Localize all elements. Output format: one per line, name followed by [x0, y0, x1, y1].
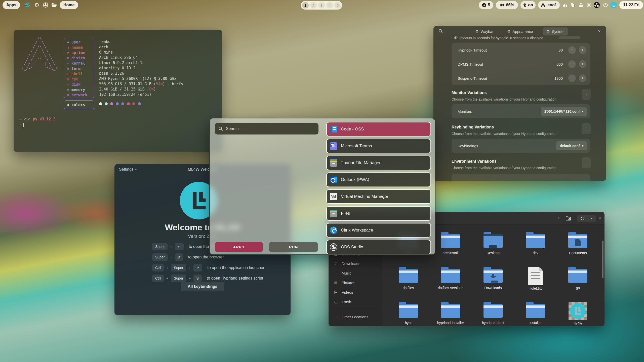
home-button[interactable]: Home: [60, 1, 78, 9]
obs-tray-icon[interactable]: [593, 2, 600, 8]
workspace-3[interactable]: 3: [318, 2, 325, 9]
plus-button[interactable]: +: [579, 74, 586, 82]
lock-icon[interactable]: [578, 2, 584, 8]
workspace-2[interactable]: 2: [310, 2, 317, 9]
color-dot-2: [110, 102, 113, 105]
color-dot-4: [121, 102, 124, 105]
kebab-menu-icon[interactable]: ⋮: [582, 157, 591, 168]
search-input[interactable]: [226, 126, 309, 131]
file-cell[interactable]: installer: [517, 304, 554, 325]
workspace-5[interactable]: 5: [334, 2, 341, 9]
ai-updater-icon[interactable]: AI: [24, 2, 31, 8]
kebab-menu-icon[interactable]: ⋮: [582, 123, 591, 134]
desktop: Apps AI ⚙ Home: [0, 0, 644, 362]
launcher-item-obs[interactable]: OBS Studio: [326, 240, 431, 254]
workspace-1[interactable]: 1: [302, 2, 309, 9]
file-cell[interactable]: archinstall: [432, 234, 469, 255]
minus-button[interactable]: −: [568, 46, 576, 54]
folder-icon: [441, 304, 460, 318]
updates-pill[interactable]: 5: [479, 1, 493, 9]
apps-menu-button[interactable]: Apps: [3, 1, 20, 9]
settings-gear-icon[interactable]: ⚙: [33, 2, 40, 8]
sidebar-item-other-locations[interactable]: +Other Locations: [331, 312, 380, 321]
key-chip: ↵: [193, 264, 203, 272]
plus-button[interactable]: +: [579, 46, 586, 54]
launcher-item-code-oss[interactable]: Code - OSS: [326, 122, 431, 137]
close-icon[interactable]: ×: [597, 215, 603, 222]
tab-appearance[interactable]: ⚙ Appearance: [504, 27, 536, 35]
apps-filter-button[interactable]: APPS: [215, 242, 263, 252]
clipboard-icon[interactable]: [569, 2, 576, 8]
file-cell[interactable]: hyprland-dotst: [474, 304, 512, 325]
network-pill[interactable]: eno1: [538, 1, 560, 9]
search-folder-icon[interactable]: [565, 215, 572, 222]
sidebar-item-pictures[interactable]: ▦Pictures: [331, 278, 380, 287]
tab-waybar[interactable]: ⚙ Waybar: [472, 27, 497, 35]
wallpaper-burst-icon[interactable]: [586, 2, 592, 8]
launcher-item-outlook[interactable]: Outlook (PWA): [326, 172, 431, 187]
tab-system[interactable]: ⚙ System: [543, 27, 568, 35]
file-cell[interactable]: go: [559, 269, 597, 290]
file-cell[interactable]: hypr: [389, 304, 427, 325]
minus-button[interactable]: −: [568, 60, 576, 68]
kebab-menu-icon[interactable]: ⋮: [582, 89, 591, 100]
file-cell[interactable]: ml4w: [559, 302, 597, 325]
key-chip: Super: [152, 253, 168, 261]
chevron-down-icon: ▾: [582, 110, 583, 113]
kebab-menu-icon[interactable]: ⋮: [555, 215, 561, 222]
sidebar-item-music[interactable]: ♪Music: [331, 268, 380, 278]
view-toggle[interactable]: ▾: [577, 215, 596, 222]
fetch-row-8: ▭disk: [66, 82, 94, 87]
downloads-folder-icon: [484, 269, 503, 283]
launcher-item-teams[interactable]: Microsoft Teams: [326, 139, 431, 153]
volume-pill[interactable]: 66%: [496, 1, 518, 9]
view-dropdown-icon[interactable]: ▾: [588, 217, 595, 220]
file-cell[interactable]: Downloads: [474, 269, 512, 290]
documents-folder-icon: [568, 234, 587, 248]
file-cell[interactable]: Desktop: [474, 234, 512, 255]
sidebar-item-videos[interactable]: ▶Videos: [331, 288, 380, 297]
stats-bars-icon[interactable]: [561, 2, 568, 8]
network-icon: [541, 3, 546, 7]
keybindings-dropdown[interactable]: default.conf ▾: [556, 141, 587, 150]
plus-button[interactable]: +: [579, 60, 586, 68]
shell-prompt[interactable]: ›: [19, 122, 26, 127]
browser-icon[interactable]: [42, 2, 49, 8]
keybindings-row: Keybindings default.conf ▾: [452, 139, 590, 153]
bluetooth-pill[interactable]: on: [520, 1, 536, 9]
file-cell[interactable]: hyprland-installer: [432, 304, 469, 325]
ai-updater-label: AI: [25, 4, 28, 7]
minus-button[interactable]: −: [568, 74, 576, 82]
file-cell[interactable]: dotfiles-versions: [432, 269, 469, 290]
all-keybindings-button[interactable]: All keybindings: [181, 282, 224, 291]
settings-headerbar: ⚙ Waybar ⚙ Appearance ⚙ System ×: [433, 26, 606, 37]
close-icon[interactable]: ×: [596, 28, 602, 34]
obs-icon: [330, 243, 337, 251]
power-icon[interactable]: [602, 2, 609, 8]
clipped-button[interactable]: [559, 36, 580, 39]
workspace-4[interactable]: 4: [326, 2, 333, 9]
grid-view-icon[interactable]: [577, 217, 588, 220]
files-scrollbar[interactable]: [602, 241, 603, 278]
run-filter-button[interactable]: RUN: [269, 242, 318, 252]
file-cell[interactable]: dotfiles: [389, 269, 427, 290]
ml4w-settings-window[interactable]: ⚙ Waybar ⚙ Appearance ⚙ System × Edit ti…: [433, 26, 606, 181]
image-file-icon: [569, 302, 587, 320]
launcher-search[interactable]: [215, 123, 318, 134]
sidebar-item-downloads[interactable]: ↧Downloads: [331, 259, 380, 268]
file-cell[interactable]: dev: [517, 234, 554, 255]
file-cell[interactable]: Documents: [559, 234, 597, 255]
sidebar-item-trash[interactable]: ▢Trash: [331, 297, 380, 306]
clock[interactable]: 11:22 Fri: [619, 1, 643, 9]
launcher-item-citrix[interactable]: Citrix Workspace: [326, 223, 431, 238]
terminal-window[interactable]: /\ / \ / /\ \ / / \ \ / / \ \ / / ,''. \…: [14, 30, 222, 152]
launcher-item-files[interactable]: Files: [326, 206, 431, 221]
settings-tabs: ⚙ Waybar ⚙ Appearance ⚙ System: [433, 26, 606, 37]
file-manager-icon[interactable]: [51, 2, 57, 8]
launcher-item-thunar[interactable]: Thunar File Manager: [326, 156, 431, 170]
file-cell[interactable]: figlet.txt: [517, 267, 554, 290]
ml4w-tray-icon[interactable]: [610, 2, 617, 8]
monitors-dropdown[interactable]: 644x362@120.conf ▾: [541, 107, 587, 116]
launcher-item-vmm[interactable]: VM Virtual Machine Manager: [326, 189, 431, 204]
terminal-cursor: [23, 123, 26, 127]
